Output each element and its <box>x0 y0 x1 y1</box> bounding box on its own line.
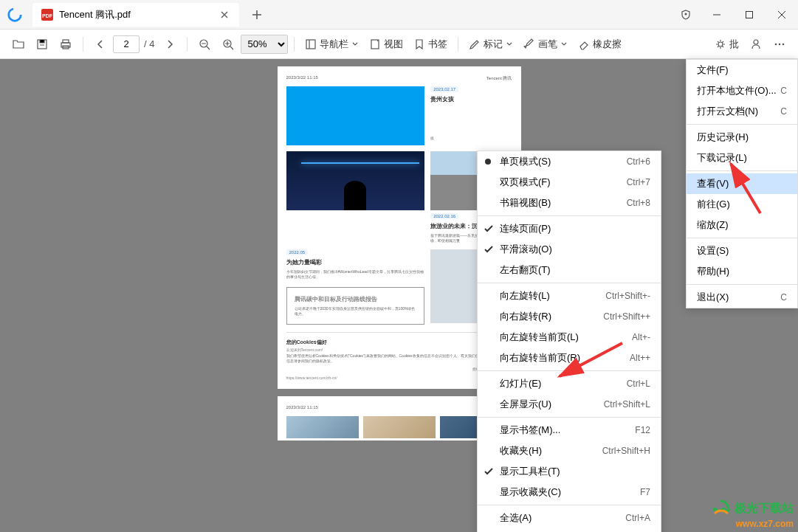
menu-favorites[interactable]: 收藏夹(H)Ctrl+Shift+H <box>478 441 661 461</box>
document-tab[interactable]: PDF Tencent 腾讯.pdf <box>32 3 239 27</box>
menu-rotate-right[interactable]: 向右旋转(R)Ctrl+Shift++ <box>478 306 661 327</box>
menu-smooth-scroll[interactable]: 平滑滚动(O) <box>478 239 661 260</box>
radio-selected-icon <box>485 159 491 165</box>
menu-show-favorites[interactable]: 显示收藏夹(C)F7 <box>478 482 661 502</box>
user-button[interactable] <box>745 33 767 55</box>
page-brand: Tencent 腾讯 <box>486 75 512 82</box>
pen-button[interactable]: 画笔 <box>519 33 572 55</box>
page-total: / 4 <box>144 38 154 49</box>
bookmark-label: 书签 <box>428 38 447 51</box>
svg-rect-4 <box>746 11 753 18</box>
hero-image <box>286 86 425 145</box>
eraser-icon <box>578 38 590 50</box>
bookmark-button[interactable]: 书签 <box>409 33 452 55</box>
svg-point-3 <box>685 13 687 15</box>
menu-select-all[interactable]: 全选(A)Ctrl+A <box>478 508 661 528</box>
article-date: 2022.02.16 <box>430 213 458 219</box>
menu-history[interactable]: 历史记录(H) <box>687 127 797 148</box>
close-window-button[interactable] <box>766 0 798 30</box>
zoom-select[interactable]: 50% <box>241 35 288 54</box>
nav-panel-button[interactable]: 导航栏 <box>300 33 363 55</box>
menu-rotate-left[interactable]: 向左旋转(L)Ctrl+Shift+- <box>478 286 661 306</box>
open-button[interactable] <box>7 33 30 55</box>
shield-button[interactable] <box>671 0 701 30</box>
article-title: 为她力量喝彩 <box>286 258 425 266</box>
menu-settings[interactable]: 设置(S) <box>687 241 797 261</box>
maximize-icon <box>745 10 754 19</box>
approve-button[interactable]: 批 <box>710 33 743 55</box>
menu-fullscreen[interactable]: 全屏显示(U)Ctrl+Shift+L <box>478 394 661 415</box>
aurora-logo-icon <box>711 498 732 519</box>
save-button[interactable] <box>31 33 53 55</box>
shield-icon <box>681 10 691 20</box>
svg-point-0 <box>9 8 21 21</box>
app-logo <box>0 0 30 30</box>
more-button[interactable] <box>768 33 791 55</box>
nav-label: 导航栏 <box>320 38 348 51</box>
view-mode-button[interactable]: 视图 <box>365 33 407 55</box>
menu-show-toolbar[interactable]: 显示工具栏(T) <box>478 461 661 482</box>
menu-flip-lr[interactable]: 左右翻页(T) <box>478 260 661 280</box>
svg-point-15 <box>775 43 777 45</box>
eraser-button[interactable]: 橡皮擦 <box>574 33 626 55</box>
minimize-icon <box>712 10 721 19</box>
sidebar-icon <box>305 38 317 50</box>
zoom-out-button[interactable] <box>193 33 216 55</box>
svg-point-16 <box>779 43 781 45</box>
titlebar: PDF Tencent 腾讯.pdf <box>0 0 798 30</box>
minimize-button[interactable] <box>701 0 733 30</box>
page-number-input[interactable] <box>113 35 140 53</box>
menu-copy-selection[interactable]: 复制选定范围(C)Ctrl+C <box>478 528 661 532</box>
report-title: 腾讯碳中和目标及行动路线报告 <box>295 295 417 303</box>
gear-icon <box>715 38 726 50</box>
chevron-right-icon <box>165 39 175 49</box>
svg-rect-7 <box>63 40 69 43</box>
check-icon <box>484 224 494 234</box>
document-viewport[interactable]: 2023/3/22 11:15 Tencent 腾讯 2023.02.17 贵州… <box>0 59 798 532</box>
new-tab-button[interactable] <box>245 3 269 27</box>
menu-zoom[interactable]: 缩放(Z) <box>687 215 797 235</box>
pen-icon <box>523 38 535 50</box>
print-icon <box>59 38 72 51</box>
article-text: 今年国际妇女节期间，我们推出#WomenWhoLead专题文章，分享腾讯七位女性… <box>286 269 425 280</box>
menu-single-page[interactable]: 单页模式(S)Ctrl+6 <box>478 151 661 172</box>
menu-book-view[interactable]: 书籍视图(B)Ctrl+8 <box>478 193 661 213</box>
mark-button[interactable]: 标记 <box>464 33 517 55</box>
prev-page-button[interactable] <box>89 33 111 55</box>
watermark: 极光下载站 www.xz7.com <box>711 498 794 529</box>
article-title: 贵州女孩 <box>430 95 512 103</box>
svg-rect-11 <box>306 40 315 49</box>
concert-image <box>286 151 425 210</box>
menu-open-local[interactable]: 打开本地文件(O)...C <box>687 80 797 101</box>
bookmark-icon <box>413 38 425 50</box>
zoom-in-button[interactable] <box>217 33 239 55</box>
svg-text:PDF: PDF <box>42 13 53 18</box>
menu-double-page[interactable]: 双页模式(F)Ctrl+7 <box>478 172 661 193</box>
menu-exit[interactable]: 退出(X)C <box>687 287 797 308</box>
pdf-icon: PDF <box>41 9 53 21</box>
check-icon <box>484 244 494 255</box>
menu-continuous[interactable]: 连续页面(P) <box>478 218 661 239</box>
page-icon <box>369 38 381 50</box>
menu-help[interactable]: 帮助(H) <box>687 261 797 282</box>
close-tab-button[interactable] <box>219 9 230 21</box>
menu-open-cloud[interactable]: 打开云文档(N)C <box>687 101 797 122</box>
next-page-button[interactable] <box>159 33 181 55</box>
watermark-brand: 极光下载站 <box>735 501 794 517</box>
print-button[interactable] <box>55 33 77 55</box>
report-text: 公司承诺不晚于2030年实现自身运营及供应链的全面碳中和，及100%绿色电力。 <box>295 306 417 317</box>
menu-show-bookmark[interactable]: 显示书签(M)...F12 <box>478 420 661 441</box>
user-icon <box>750 38 762 50</box>
menu-file[interactable]: 文件(F) <box>687 60 797 80</box>
thumb-image <box>286 416 359 438</box>
more-icon <box>774 38 785 50</box>
plus-icon <box>252 10 262 20</box>
toolbar: / 4 50% 导航栏 视图 书签 标记 画笔 橡皮擦 批 <box>0 30 798 59</box>
article-snippet: 提 <box>430 136 512 141</box>
close-icon <box>221 11 228 18</box>
svg-point-13 <box>718 42 723 46</box>
check-icon <box>484 466 494 477</box>
maximize-button[interactable] <box>733 0 766 30</box>
annotation-arrow <box>552 339 626 384</box>
page-timestamp: 2023/3/22 11:15 <box>286 405 318 412</box>
